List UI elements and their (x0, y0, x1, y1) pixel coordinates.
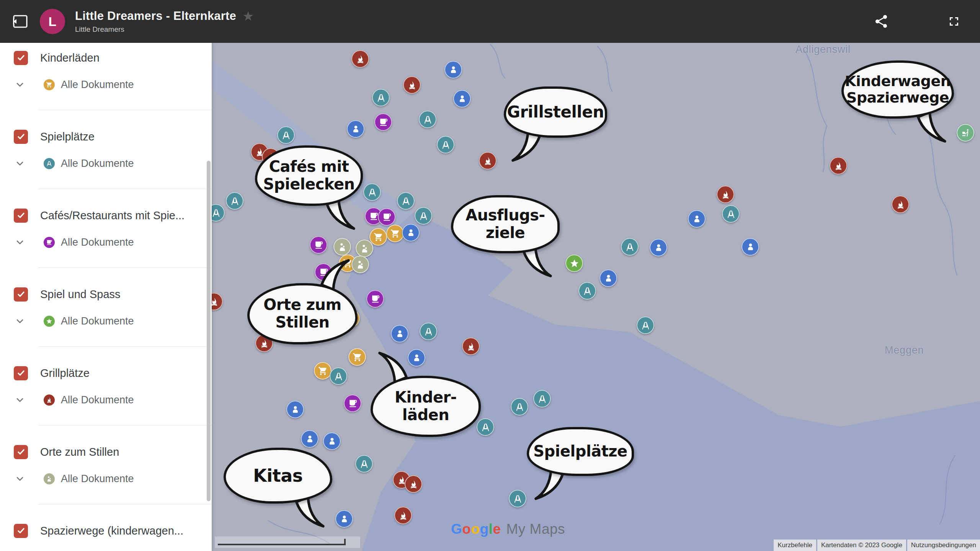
page-title[interactable]: Little Dreamers - Elternkarte (75, 9, 236, 23)
map-marker-cup[interactable] (378, 208, 395, 226)
map-marker-nursing[interactable] (351, 256, 369, 273)
annotation-bubble-cafes-mit-spielecken: Cafés mitSpielecken (255, 145, 363, 206)
chevron-down-icon[interactable] (11, 313, 28, 329)
map-marker-cup[interactable] (344, 395, 361, 412)
attribution-item[interactable]: Kartendaten © 2023 Google (817, 540, 906, 551)
map-marker-cart[interactable] (314, 362, 332, 380)
map-marker-fire[interactable] (892, 196, 909, 213)
map-marker-baby[interactable] (391, 325, 408, 342)
map-marker-swing[interactable] (578, 282, 596, 300)
map-marker-fire[interactable] (405, 475, 422, 493)
map-marker-nursing[interactable] (333, 238, 351, 256)
map-marker-baby[interactable] (599, 269, 617, 287)
share-icon[interactable] (870, 10, 893, 33)
map-marker-fire[interactable] (394, 507, 412, 524)
layer-title[interactable]: Orte zum Stillen (40, 446, 119, 458)
map-marker-star[interactable] (565, 254, 583, 272)
map-marker-baby[interactable] (347, 120, 364, 138)
map-marker-cart[interactable] (348, 348, 366, 366)
map-marker-swing[interactable] (722, 205, 740, 223)
map-marker-baby[interactable] (742, 238, 759, 256)
map-marker-swing[interactable] (437, 136, 454, 153)
all-documents-label[interactable]: Alle Dokumente (61, 79, 134, 91)
layer-title[interactable]: Kinderläden (40, 52, 100, 64)
layer-checkbox[interactable] (14, 130, 28, 144)
all-documents-label[interactable]: Alle Dokumente (61, 236, 134, 248)
map-marker-swing[interactable] (509, 490, 526, 507)
map-marker-fire[interactable] (717, 186, 734, 203)
map-marker-cart[interactable] (369, 228, 387, 246)
attribution-item[interactable]: Kurzbefehle (774, 540, 816, 551)
map-marker-fire[interactable] (351, 50, 369, 68)
all-documents-label[interactable]: Alle Dokumente (61, 158, 134, 170)
layer-checkbox[interactable] (14, 287, 28, 302)
all-documents-label[interactable]: Alle Dokumente (61, 315, 134, 327)
chevron-down-icon[interactable] (11, 470, 28, 487)
layer-title[interactable]: Spiel und Spass (40, 288, 121, 301)
chevron-down-icon[interactable] (11, 76, 28, 93)
map-marker-baby[interactable] (688, 210, 706, 228)
layer-title[interactable]: Cafés/Restaurants mit Spie... (40, 209, 185, 222)
google-logo-letter: l (489, 521, 493, 537)
chevron-down-icon[interactable] (11, 549, 28, 551)
map-marker-swing[interactable] (420, 323, 437, 340)
layer-checkbox[interactable] (14, 445, 28, 459)
map-marker-cup[interactable] (374, 113, 392, 131)
map-marker-baby[interactable] (301, 430, 318, 448)
map-marker-swing[interactable] (621, 238, 639, 256)
sidebar-layer-cart: KinderlädenAlle Dokumente (0, 43, 212, 110)
bubble-text: Kitas (224, 448, 332, 504)
map-marker-baby[interactable] (650, 239, 667, 256)
map-marker-swing[interactable] (330, 367, 347, 385)
map-marker-nursing[interactable] (356, 240, 373, 257)
map-marker-baby[interactable] (402, 224, 420, 241)
bubble-text: Grillstellen (504, 86, 607, 138)
layer-checkbox[interactable] (14, 51, 28, 65)
sidebar-scrollbar[interactable] (207, 161, 211, 501)
map-marker-swing[interactable] (397, 192, 415, 210)
map-marker-baby[interactable] (335, 510, 353, 528)
layer-title[interactable]: Spielplätze (40, 130, 95, 143)
layers-sidebar: KinderlädenAlle DokumenteSpielplätzeAlle… (0, 43, 212, 551)
map-marker-swing[interactable] (277, 126, 295, 144)
map-marker-swing[interactable] (226, 192, 243, 210)
layer-title[interactable]: Grillplätze (40, 367, 90, 380)
map-marker-swing[interactable] (415, 207, 432, 225)
map-marker-fire[interactable] (479, 152, 497, 170)
cup-icon (44, 237, 55, 248)
layer-checkbox[interactable] (14, 524, 28, 538)
all-documents-label[interactable]: Alle Dokumente (61, 394, 134, 406)
map-marker-baby[interactable] (444, 61, 462, 78)
fullscreen-icon[interactable] (942, 10, 965, 33)
map-marker-swing[interactable] (511, 398, 528, 416)
map-marker-fire[interactable] (462, 337, 480, 355)
chevron-down-icon[interactable] (11, 391, 28, 408)
map-marker-fire[interactable] (403, 76, 421, 94)
chevron-down-icon[interactable] (11, 155, 28, 172)
map-marker-baby[interactable] (453, 90, 471, 108)
map-marker-swing[interactable] (372, 89, 390, 106)
map-marker-baby[interactable] (286, 401, 304, 418)
map-marker-swing[interactable] (637, 316, 654, 334)
chevron-down-icon[interactable] (11, 234, 28, 251)
map-marker-swing[interactable] (363, 183, 381, 201)
layer-title[interactable]: Spazierwege (kinderwagen... (40, 525, 183, 537)
sidebar-layer-nursing: Orte zum StillenAlle Dokumente (0, 425, 212, 504)
favorite-star-icon[interactable]: ★ (242, 10, 254, 23)
attribution-item[interactable]: Nutzungsbedingungen (907, 540, 980, 551)
layer-checkbox[interactable] (14, 209, 28, 223)
map-marker-swing[interactable] (533, 390, 551, 408)
avatar: L (40, 9, 65, 34)
panel-toggle-icon[interactable] (8, 10, 31, 33)
layer-checkbox[interactable] (14, 366, 28, 380)
map-marker-cart[interactable] (386, 225, 404, 242)
map-marker-swing[interactable] (419, 111, 436, 128)
map-marker-cup[interactable] (366, 290, 384, 308)
map-canvas[interactable]: Adligenswil Meggen GrillstellenKinderwag… (212, 43, 980, 551)
map-marker-stroller[interactable] (957, 124, 974, 142)
all-documents-label[interactable]: Alle Dokumente (61, 473, 134, 485)
map-marker-cup[interactable] (310, 236, 327, 254)
map-marker-swing[interactable] (355, 455, 373, 473)
map-marker-fire[interactable] (830, 157, 847, 174)
bubble-text: Ausflugs-ziele (451, 195, 560, 253)
